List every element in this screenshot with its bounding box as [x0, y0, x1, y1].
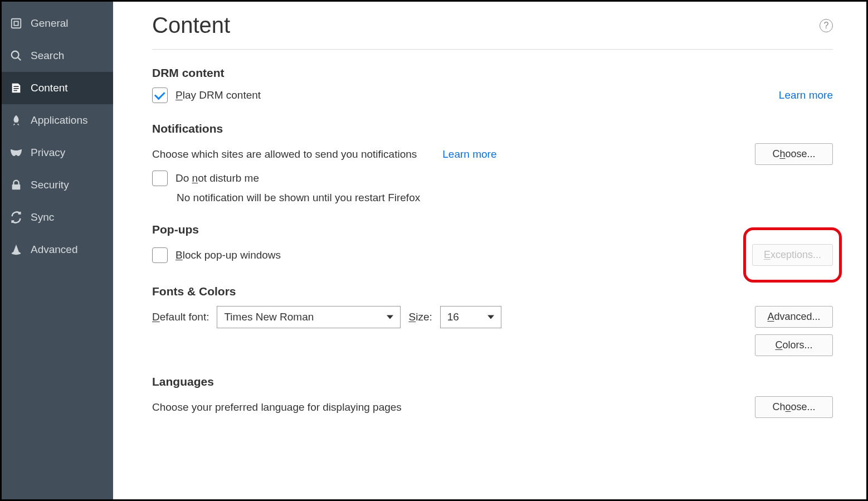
sidebar-item-label: Applications — [31, 114, 87, 127]
notifications-learn-more-link[interactable]: Learn more — [442, 148, 496, 160]
preferences-window: General Search Content Applications Priv… — [0, 0, 868, 501]
font-size-select[interactable]: 16 — [440, 306, 501, 328]
svg-point-2 — [12, 51, 19, 59]
languages-choose-button[interactable]: Choose... — [755, 396, 833, 418]
svg-rect-7 — [12, 184, 21, 189]
section-popups: Pop-ups Block pop-up windows Exceptions.… — [152, 223, 833, 266]
default-font-label: Default font: — [152, 311, 209, 323]
lock-icon — [8, 177, 24, 193]
sidebar-item-label: Privacy — [31, 147, 65, 159]
section-notifications: Notifications Choose which sites are all… — [152, 122, 833, 204]
font-size-label: Size: — [408, 311, 432, 323]
notifications-desc: Choose which sites are allowed to send y… — [152, 148, 417, 160]
sidebar-item-search[interactable]: Search — [2, 40, 113, 72]
drm-learn-more-link[interactable]: Learn more — [779, 89, 833, 101]
colors-button[interactable]: Colors... — [755, 334, 833, 356]
do-not-disturb-checkbox[interactable] — [152, 171, 168, 186]
block-popups-label: Block pop-up windows — [175, 249, 281, 261]
sidebar-item-advanced[interactable]: Advanced — [2, 234, 113, 266]
general-icon — [8, 16, 24, 31]
sidebar-item-label: Advanced — [31, 244, 78, 256]
sidebar-item-privacy[interactable]: Privacy — [2, 137, 113, 169]
sync-icon — [8, 210, 24, 225]
notifications-choose-button[interactable]: Choose... — [755, 143, 833, 165]
sidebar-item-content[interactable]: Content — [2, 72, 113, 104]
svg-rect-5 — [13, 88, 18, 89]
search-icon — [8, 48, 24, 64]
section-heading-drm: DRM content — [152, 66, 833, 80]
help-icon[interactable]: ? — [820, 19, 833, 32]
sidebar-item-applications[interactable]: Applications — [2, 104, 113, 137]
section-heading-popups: Pop-ups — [152, 223, 833, 236]
play-drm-checkbox[interactable] — [152, 87, 168, 103]
svg-rect-6 — [13, 90, 17, 91]
sidebar: General Search Content Applications Priv… — [2, 2, 113, 499]
rocket-icon — [8, 113, 24, 128]
svg-line-3 — [18, 57, 21, 61]
fonts-advanced-button[interactable]: Advanced... — [755, 306, 833, 328]
section-heading-notifications: Notifications — [152, 122, 833, 135]
section-languages: Languages Choose your preferred language… — [152, 375, 833, 418]
sidebar-item-label: General — [31, 17, 69, 30]
section-fonts: Fonts & Colors Default font: Times New R… — [152, 285, 833, 356]
popups-exceptions-button: Exceptions... — [752, 244, 833, 266]
svg-rect-4 — [13, 86, 18, 87]
sidebar-item-label: Search — [31, 50, 64, 62]
do-not-disturb-sublabel: No notification will be shown until you … — [152, 192, 833, 204]
wizard-hat-icon — [8, 242, 24, 257]
sidebar-item-label: Security — [31, 179, 69, 191]
sidebar-item-security[interactable]: Security — [2, 169, 113, 201]
main-panel: Content ? DRM content Play DRM content L… — [113, 2, 866, 499]
section-heading-languages: Languages — [152, 375, 833, 388]
section-drm: DRM content Play DRM content Learn more — [152, 66, 833, 103]
sidebar-item-general[interactable]: General — [2, 7, 113, 40]
section-heading-fonts: Fonts & Colors — [152, 285, 833, 298]
block-popups-checkbox[interactable] — [152, 247, 168, 263]
sidebar-item-label: Sync — [31, 211, 54, 223]
sidebar-item-label: Content — [31, 82, 68, 94]
svg-rect-0 — [12, 19, 21, 28]
svg-point-8 — [12, 252, 21, 255]
content-icon — [8, 80, 24, 96]
svg-rect-1 — [14, 21, 18, 25]
languages-desc: Choose your preferred language for displ… — [152, 401, 402, 414]
default-font-select[interactable]: Times New Roman — [217, 306, 401, 328]
do-not-disturb-label: Do not disturb me — [175, 172, 259, 184]
sidebar-item-sync[interactable]: Sync — [2, 201, 113, 234]
page-title: Content — [152, 13, 230, 38]
play-drm-label: Play DRM content — [175, 89, 261, 101]
title-row: Content ? — [152, 13, 833, 50]
mask-icon — [8, 145, 24, 160]
